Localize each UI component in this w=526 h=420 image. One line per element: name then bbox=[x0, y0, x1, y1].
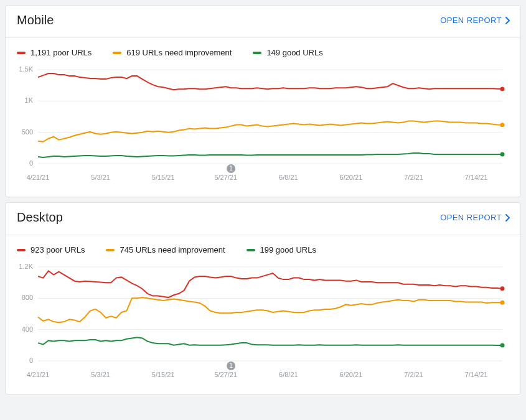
card-header: Mobile OPEN REPORT bbox=[6, 6, 520, 34]
legend-label-good: 199 good URLs bbox=[260, 245, 316, 254]
svg-text:400: 400 bbox=[22, 325, 33, 333]
svg-text:4/21/21: 4/21/21 bbox=[27, 371, 50, 378]
svg-text:5/3/21: 5/3/21 bbox=[91, 371, 110, 378]
legend-item-poor: 923 poor URLs bbox=[17, 245, 85, 254]
mobile-line-chart: 05001K1.5K14/21/215/3/215/15/215/27/216/… bbox=[17, 65, 510, 186]
legend-item-good: 199 good URLs bbox=[247, 245, 316, 254]
svg-text:6/20/21: 6/20/21 bbox=[340, 174, 363, 181]
open-report-link[interactable]: OPEN REPORT bbox=[440, 16, 510, 25]
chevron-right-icon bbox=[505, 17, 510, 24]
svg-text:800: 800 bbox=[22, 294, 33, 301]
card-header: Desktop OPEN REPORT bbox=[6, 203, 520, 231]
svg-text:1: 1 bbox=[229, 165, 233, 172]
svg-text:0: 0 bbox=[29, 159, 33, 167]
svg-text:0: 0 bbox=[29, 357, 33, 364]
svg-text:5/15/21: 5/15/21 bbox=[152, 371, 175, 378]
legend-swatch-good bbox=[253, 52, 261, 54]
svg-text:1K: 1K bbox=[25, 96, 34, 104]
svg-text:7/14/21: 7/14/21 bbox=[465, 174, 488, 181]
legend-swatch-poor bbox=[17, 249, 26, 251]
svg-text:7/14/21: 7/14/21 bbox=[465, 371, 488, 378]
card-title: Mobile bbox=[17, 13, 54, 27]
legend-swatch-good bbox=[247, 249, 255, 251]
legend-item-poor: 1,191 poor URLs bbox=[17, 48, 92, 57]
legend-label-poor: 923 poor URLs bbox=[31, 245, 85, 254]
svg-text:1: 1 bbox=[229, 362, 233, 369]
svg-text:5/3/21: 5/3/21 bbox=[91, 174, 110, 181]
svg-text:500: 500 bbox=[22, 128, 33, 136]
legend-swatch-poor bbox=[17, 52, 26, 54]
chart-area: 05001K1.5K14/21/215/3/215/15/215/27/216/… bbox=[6, 62, 520, 197]
legend-item-need: 745 URLs need improvement bbox=[106, 245, 225, 254]
svg-text:5/27/21: 5/27/21 bbox=[214, 174, 237, 181]
svg-text:6/8/21: 6/8/21 bbox=[279, 174, 298, 181]
svg-point-31 bbox=[500, 343, 505, 347]
svg-point-9 bbox=[500, 123, 505, 127]
chart-area: 04008001.2K14/21/215/3/215/15/215/27/216… bbox=[6, 259, 520, 394]
legend-label-good: 149 good URLs bbox=[266, 48, 322, 57]
legend-item-need: 619 URLs need improvement bbox=[113, 48, 232, 57]
svg-text:5/27/21: 5/27/21 bbox=[214, 371, 237, 378]
legend-label-need: 619 URLs need improvement bbox=[126, 48, 232, 57]
card-title: Desktop bbox=[17, 210, 63, 225]
open-report-label: OPEN REPORT bbox=[440, 213, 502, 222]
svg-point-29 bbox=[500, 286, 505, 291]
chart-legend: 1,191 poor URLs 619 URLs need improvemen… bbox=[6, 38, 520, 62]
svg-text:1.2K: 1.2K bbox=[19, 263, 33, 270]
open-report-label: OPEN REPORT bbox=[440, 16, 502, 25]
open-report-link[interactable]: OPEN REPORT bbox=[440, 213, 510, 222]
svg-point-30 bbox=[500, 301, 505, 305]
svg-text:1.5K: 1.5K bbox=[19, 65, 33, 73]
svg-text:7/2/21: 7/2/21 bbox=[404, 371, 423, 378]
desktop-core-web-vitals-card: Desktop OPEN REPORT 923 poor URLs 745 UR… bbox=[5, 202, 521, 394]
legend-label-need: 745 URLs need improvement bbox=[120, 245, 225, 254]
svg-point-8 bbox=[500, 87, 505, 91]
svg-text:6/8/21: 6/8/21 bbox=[279, 371, 298, 378]
desktop-line-chart: 04008001.2K14/21/215/3/215/15/215/27/216… bbox=[17, 262, 510, 383]
svg-point-10 bbox=[500, 152, 505, 157]
legend-swatch-need bbox=[113, 52, 121, 54]
legend-label-poor: 1,191 poor URLs bbox=[31, 48, 92, 57]
svg-text:7/2/21: 7/2/21 bbox=[404, 174, 423, 181]
chevron-right-icon bbox=[505, 214, 510, 222]
svg-text:4/21/21: 4/21/21 bbox=[27, 174, 50, 181]
svg-text:6/20/21: 6/20/21 bbox=[340, 371, 363, 378]
legend-item-good: 149 good URLs bbox=[253, 48, 322, 57]
legend-swatch-need bbox=[106, 249, 115, 251]
chart-legend: 923 poor URLs 745 URLs need improvement … bbox=[6, 235, 520, 259]
svg-text:5/15/21: 5/15/21 bbox=[152, 174, 175, 181]
mobile-core-web-vitals-card: Mobile OPEN REPORT 1,191 poor URLs 619 U… bbox=[5, 5, 521, 197]
